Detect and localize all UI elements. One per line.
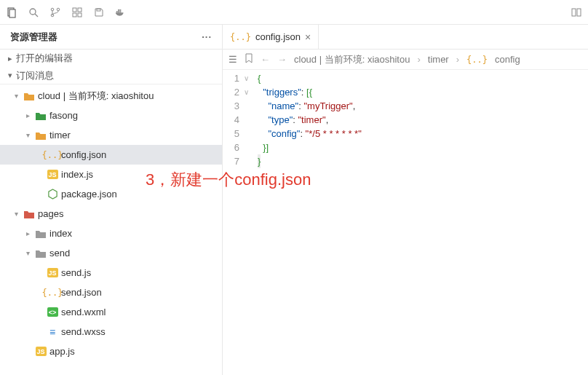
svg-rect-13 <box>118 11 119 12</box>
tree-node-label: send <box>49 248 70 258</box>
tree-node[interactable]: ▸index <box>0 224 222 243</box>
tree-node[interactable]: ▾pages <box>0 204 222 224</box>
save-icon[interactable] <box>93 7 105 18</box>
wxss-icon: ≡ <box>47 326 58 338</box>
tree-node-label: config.json <box>61 149 106 160</box>
tree-node-label: fasong <box>49 110 78 121</box>
code-editor[interactable]: 1∨2∨34567 { "triggers": [{ "name": "myTr… <box>223 70 588 375</box>
toolbar <box>0 0 588 25</box>
nav-forward-icon[interactable]: → <box>277 54 287 65</box>
svg-point-6 <box>57 8 60 11</box>
svg-rect-10 <box>78 13 82 17</box>
branch-icon[interactable] <box>49 7 61 18</box>
folder-icon <box>23 90 35 102</box>
braces-icon: {..} <box>47 287 58 299</box>
svg-rect-14 <box>119 11 121 12</box>
tree-node-label: package.json <box>61 189 117 200</box>
tree-node[interactable]: JSindex.js <box>0 165 222 184</box>
tree-node-label: cloud | 当前环境: xiaoshitou <box>38 90 154 103</box>
svg-rect-12 <box>116 11 118 12</box>
svg-point-2 <box>30 9 36 15</box>
tree-node-label: index.js <box>61 169 93 180</box>
chevron-right-icon: › <box>417 54 420 65</box>
tree-node[interactable]: package.json <box>0 184 222 204</box>
tree-node-label: app.js <box>49 346 75 357</box>
svg-rect-8 <box>78 8 82 12</box>
docker-icon[interactable] <box>115 7 127 18</box>
tree-node[interactable]: {..}config.json <box>0 145 222 165</box>
layout-icon[interactable] <box>571 7 582 18</box>
folder-icon <box>23 208 35 220</box>
tree-node-label: send.json <box>61 287 102 298</box>
twist-icon: ▾ <box>12 210 20 218</box>
breadcrumb-item[interactable]: config <box>495 54 520 65</box>
close-icon[interactable]: × <box>305 32 311 42</box>
svg-rect-18 <box>577 9 581 16</box>
braces-icon: {..} <box>230 32 251 42</box>
svg-rect-9 <box>73 13 76 17</box>
section-subscribed[interactable]: ▾ 订阅消息 <box>0 67 222 84</box>
tree-node[interactable]: ≡send.wxss <box>0 322 222 342</box>
braces-icon: {..} <box>47 149 58 161</box>
node-icon <box>47 189 58 200</box>
files-icon[interactable] <box>6 7 17 18</box>
breadcrumb-item[interactable]: timer <box>428 54 449 65</box>
tree-node-label: index <box>49 228 72 239</box>
section-open-editors[interactable]: ▸ 打开的编辑器 <box>0 50 222 67</box>
tab-label: config.json <box>255 31 301 42</box>
tree-node-label: pages <box>38 208 63 219</box>
section-label: 打开的编辑器 <box>16 52 73 65</box>
tree-node[interactable]: <>send.wxml <box>0 302 222 322</box>
js-icon: JS <box>47 267 58 279</box>
svg-rect-11 <box>97 9 100 11</box>
svg-line-3 <box>35 14 38 17</box>
twist-icon: ▸ <box>23 229 32 237</box>
search-icon[interactable] <box>28 7 39 18</box>
section-label: 订阅消息 <box>16 69 54 82</box>
tab-config-json[interactable]: {..} config.json × <box>223 25 319 49</box>
svg-point-4 <box>51 8 54 11</box>
tree-node-label: send.js <box>61 267 91 278</box>
sidebar: 资源管理器 ··· ▸ 打开的编辑器 ▾ 订阅消息 ▾cloud | 当前环境:… <box>0 25 223 375</box>
code-source[interactable]: { "triggers": [{ "name": "myTrigger", "t… <box>255 70 588 375</box>
tree-node[interactable]: ▾timer <box>0 125 222 145</box>
tab-bar: {..} config.json × <box>223 25 588 50</box>
tree-node[interactable]: JSsend.js <box>0 263 222 283</box>
tree-node[interactable]: {..}send.json <box>0 283 222 302</box>
folder-icon <box>35 130 47 141</box>
svg-rect-15 <box>118 9 119 10</box>
tree-node[interactable]: ▾cloud | 当前环境: xiaoshitou <box>0 86 222 106</box>
tree-node-label: timer <box>49 130 71 141</box>
js-icon: JS <box>47 169 58 181</box>
gutter: 1∨2∨34567 <box>223 70 255 375</box>
twist-icon: ▸ <box>23 111 32 119</box>
more-icon[interactable]: ··· <box>202 31 212 42</box>
js-icon: JS <box>35 346 47 358</box>
nav-back-icon[interactable]: ← <box>261 54 270 65</box>
breadcrumb-item[interactable]: cloud | 当前环境: xiaoshitou <box>294 53 410 66</box>
list-icon[interactable]: ☰ <box>229 54 237 65</box>
editor-area: {..} config.json × ☰ ← → cloud | 当前环境: x… <box>223 25 588 375</box>
tree-node[interactable]: ▸fasong <box>0 106 222 125</box>
twist-icon: ▾ <box>23 131 32 139</box>
tree-node[interactable]: JSapp.js <box>0 342 222 361</box>
twist-icon: ▾ <box>12 92 20 100</box>
folder-icon <box>35 110 47 122</box>
tree-node-label: send.wxss <box>61 326 106 337</box>
svg-rect-16 <box>119 9 121 10</box>
chevron-down-icon: ▾ <box>6 71 15 80</box>
sidebar-title: 资源管理器 <box>10 31 57 44</box>
folder-icon <box>35 248 47 259</box>
folder-icon <box>35 228 47 240</box>
file-tree: ▾cloud | 当前环境: xiaoshitou▸fasong▾timer{.… <box>0 84 222 375</box>
chevron-right-icon: ▸ <box>6 54 15 63</box>
twist-icon: ▾ <box>23 249 32 257</box>
braces-icon: {..} <box>466 55 488 65</box>
tree-node-label: send.wxml <box>61 307 106 317</box>
svg-rect-1 <box>9 9 15 17</box>
sidebar-title-row: 资源管理器 ··· <box>0 25 222 50</box>
bookmark-icon[interactable] <box>245 53 253 66</box>
tree-node[interactable]: ▾send <box>0 243 222 263</box>
extensions-icon[interactable] <box>71 7 83 18</box>
wxml-icon: <> <box>47 307 58 318</box>
